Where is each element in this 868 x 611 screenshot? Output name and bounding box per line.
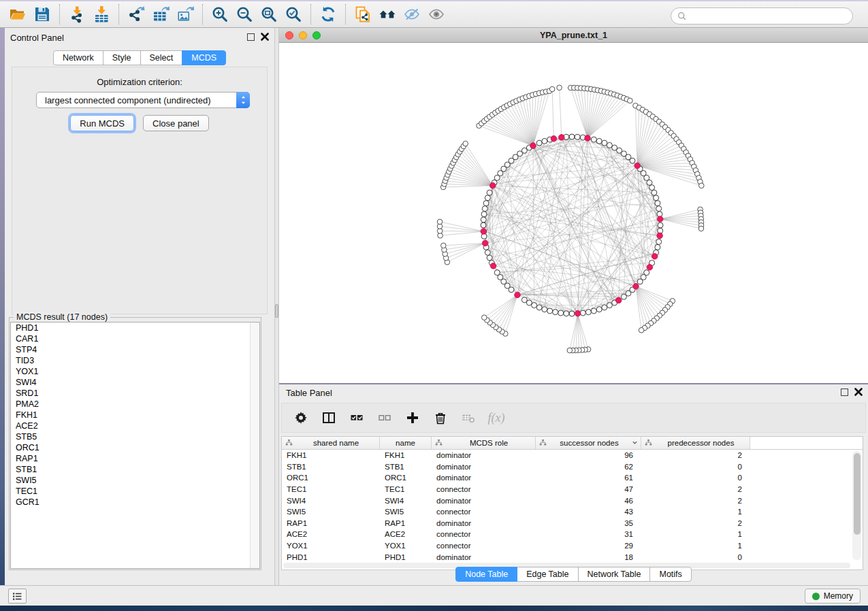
tab-style[interactable]: Style — [103, 50, 141, 65]
result-node-item[interactable]: SWI5 — [11, 475, 259, 486]
memory-button[interactable]: Memory — [805, 589, 861, 604]
result-node-item[interactable]: PHD1 — [11, 323, 259, 333]
result-node-item[interactable]: ORC1 — [11, 442, 259, 453]
column-header-shared-name[interactable]: shared name — [282, 437, 380, 449]
table-cell[interactable]: 43 — [536, 508, 641, 516]
table-cell[interactable]: ORC1 — [282, 474, 380, 482]
table-cell[interactable]: 0 — [641, 553, 750, 561]
column-header-MCDS-role[interactable]: MCDS role — [432, 437, 536, 449]
unselect-all-columns-button[interactable] — [376, 410, 393, 426]
split-panel-button[interactable] — [321, 410, 337, 426]
result-node-item[interactable]: GCR1 — [11, 497, 259, 508]
export-image-button[interactable] — [173, 3, 197, 25]
table-cell[interactable]: 2 — [641, 497, 750, 505]
table-cell[interactable]: dominator — [432, 519, 536, 527]
table-cell[interactable]: dominator — [432, 451, 536, 459]
table-cell[interactable]: 2 — [641, 485, 750, 493]
optimization-criterion-dropdown[interactable]: largest connected component (undirected) — [36, 92, 250, 108]
result-node-item[interactable]: FKH1 — [11, 410, 259, 420]
table-row[interactable]: PHD1PHD1dominator180 — [282, 551, 863, 563]
delete-column-button[interactable] — [432, 410, 449, 426]
tab-node-table[interactable]: Node Table — [455, 567, 517, 582]
tab-network-table[interactable]: Network Table — [578, 567, 651, 582]
table-cell[interactable]: 1 — [641, 508, 750, 516]
table-cell[interactable]: TEC1 — [282, 485, 380, 493]
table-cell[interactable]: ORC1 — [380, 474, 432, 482]
close-panel-icon[interactable] — [261, 33, 269, 41]
table-cell[interactable]: PHD1 — [282, 553, 380, 561]
zoom-fit-button[interactable] — [257, 3, 281, 25]
table-cell[interactable]: 2 — [641, 451, 750, 459]
table-cell[interactable]: YOX1 — [380, 542, 432, 550]
table-cell[interactable]: 96 — [536, 451, 641, 459]
table-cell[interactable]: 0 — [641, 463, 750, 471]
table-cell[interactable]: 61 — [536, 474, 641, 482]
table-cell[interactable]: 35 — [536, 519, 641, 527]
tab-select[interactable]: Select — [140, 50, 183, 65]
table-cell[interactable]: 47 — [536, 485, 641, 493]
table-cell[interactable]: ACE2 — [380, 530, 432, 538]
result-node-item[interactable]: YOX1 — [11, 366, 259, 377]
table-cell[interactable]: connector — [432, 485, 536, 493]
result-node-item[interactable]: CAR1 — [11, 333, 259, 344]
close-panel-button[interactable]: Close panel — [143, 115, 209, 131]
table-cell[interactable]: 1 — [641, 542, 750, 550]
result-node-item[interactable]: TID3 — [11, 355, 259, 366]
table-cell[interactable]: dominator — [432, 553, 536, 561]
table-cell[interactable]: YOX1 — [282, 542, 380, 550]
tab-edge-table[interactable]: Edge Table — [517, 567, 578, 582]
result-node-item[interactable]: SWI4 — [11, 377, 259, 388]
settings-button[interactable] — [293, 410, 309, 426]
mcds-result-list[interactable]: PHD1CAR1STP4TID3YOX1SWI4SRD1PMA2FKH1ACE2… — [10, 322, 260, 569]
table-cell[interactable]: ACE2 — [282, 530, 380, 538]
export-table-button[interactable] — [148, 3, 173, 25]
import-table-button[interactable] — [89, 3, 114, 25]
result-node-item[interactable]: STB1 — [11, 464, 259, 475]
first-neighbors-button[interactable] — [375, 3, 400, 25]
search-box[interactable] — [671, 7, 853, 24]
zoom-selected-button[interactable] — [281, 3, 306, 25]
run-mcds-button[interactable]: Run MCDS — [70, 115, 134, 131]
table-row[interactable]: SWI5SWI5connector431 — [282, 506, 863, 518]
column-header-predecessor-nodes[interactable]: predecessor nodes — [641, 437, 750, 449]
table-cell[interactable]: dominator — [432, 497, 536, 505]
tab-motifs[interactable]: Motifs — [649, 567, 691, 582]
table-float-panel-icon[interactable] — [841, 389, 848, 396]
duplicate-network-button[interactable] — [351, 3, 375, 25]
tab-mcds[interactable]: MCDS — [182, 50, 226, 65]
result-node-item[interactable]: SRD1 — [11, 388, 259, 399]
table-cell[interactable]: 46 — [536, 497, 641, 505]
table-cell[interactable]: connector — [432, 530, 536, 538]
table-row[interactable]: TEC1TEC1connector472 — [282, 484, 863, 495]
table-close-panel-icon[interactable] — [854, 388, 863, 396]
table-cell[interactable]: dominator — [432, 474, 536, 482]
show-all-button[interactable] — [424, 3, 449, 25]
column-header-successor-nodes[interactable]: successor nodes — [536, 437, 641, 449]
refresh-button[interactable] — [316, 3, 340, 25]
add-column-button[interactable] — [404, 410, 421, 426]
show-panels-button[interactable] — [8, 589, 27, 604]
zoom-out-button[interactable] — [232, 3, 257, 25]
table-cell[interactable]: TEC1 — [380, 485, 432, 493]
table-row[interactable]: FKH1FKH1dominator962 — [282, 450, 863, 461]
vertical-splitter[interactable] — [274, 28, 279, 585]
column-header-name[interactable]: name — [380, 437, 432, 449]
hide-selected-button[interactable] — [400, 3, 424, 25]
table-cell[interactable]: SWI4 — [380, 497, 432, 505]
tab-network[interactable]: Network — [53, 50, 103, 65]
export-network-button[interactable] — [124, 3, 148, 25]
open-file-button[interactable] — [5, 3, 30, 25]
scrollbar-thumb[interactable] — [854, 453, 861, 535]
search-input[interactable] — [687, 12, 852, 21]
table-cell[interactable]: 29 — [536, 542, 641, 550]
table-cell[interactable]: 62 — [536, 463, 641, 471]
result-scrollbar[interactable] — [250, 323, 259, 568]
table-cell[interactable]: STB1 — [282, 463, 380, 471]
result-node-item[interactable]: RAP1 — [11, 453, 259, 464]
table-cell[interactable]: 31 — [536, 530, 641, 538]
table-vertical-scrollbar[interactable] — [852, 451, 861, 560]
table-cell[interactable]: SWI5 — [380, 508, 432, 516]
table-cell[interactable]: RAP1 — [282, 519, 380, 527]
table-cell[interactable]: FKH1 — [282, 451, 380, 459]
table-cell[interactable]: 0 — [641, 474, 750, 482]
